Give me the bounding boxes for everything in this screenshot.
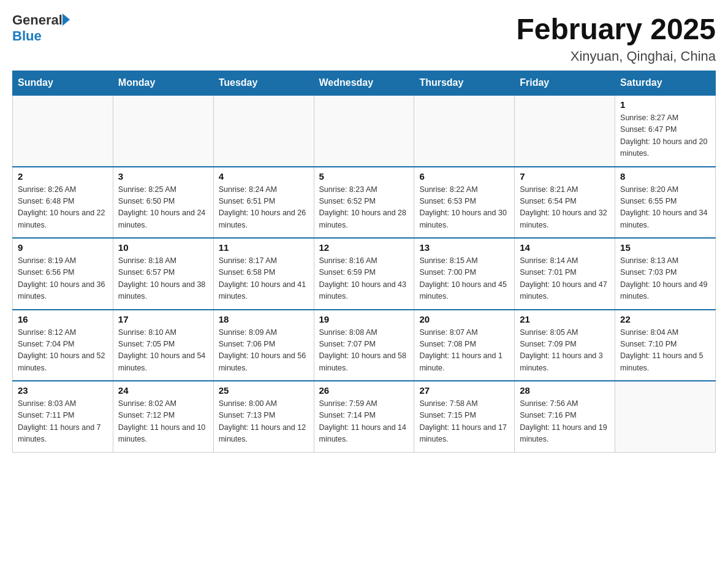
day-number: 20 [419, 314, 509, 324]
day-info: Sunrise: 8:21 AM Sunset: 6:54 PM Dayligh… [520, 184, 610, 232]
day-info: Sunrise: 8:25 AM Sunset: 6:50 PM Dayligh… [118, 184, 208, 232]
calendar-cell: 20Sunrise: 8:07 AM Sunset: 7:08 PM Dayli… [414, 310, 515, 381]
calendar-cell: 2Sunrise: 8:26 AM Sunset: 6:48 PM Daylig… [13, 167, 113, 239]
title-block: February 2025 Xinyuan, Qinghai, China [516, 12, 716, 64]
header-thursday: Thursday [414, 71, 515, 96]
day-number: 4 [219, 171, 309, 182]
calendar-cell: 1Sunrise: 8:27 AM Sunset: 6:47 PM Daylig… [615, 95, 716, 167]
calendar-cell: 3Sunrise: 8:25 AM Sunset: 6:50 PM Daylig… [113, 167, 213, 239]
day-number: 22 [620, 314, 710, 324]
day-number: 23 [18, 385, 108, 396]
calendar-week-row: 2Sunrise: 8:26 AM Sunset: 6:48 PM Daylig… [13, 167, 716, 239]
day-info: Sunrise: 8:17 AM Sunset: 6:58 PM Dayligh… [219, 255, 309, 303]
calendar-cell: 6Sunrise: 8:22 AM Sunset: 6:53 PM Daylig… [414, 167, 515, 239]
day-number: 18 [219, 314, 309, 324]
calendar-cell: 23Sunrise: 8:03 AM Sunset: 7:11 PM Dayli… [13, 381, 113, 452]
logo-general-text: General [12, 12, 63, 28]
header-saturday: Saturday [615, 71, 716, 96]
day-number: 24 [118, 385, 208, 396]
calendar-cell: 15Sunrise: 8:13 AM Sunset: 7:03 PM Dayli… [615, 238, 716, 310]
calendar-cell: 14Sunrise: 8:14 AM Sunset: 7:01 PM Dayli… [515, 238, 615, 310]
day-info: Sunrise: 8:05 AM Sunset: 7:09 PM Dayligh… [520, 327, 610, 375]
day-info: Sunrise: 8:08 AM Sunset: 7:07 PM Dayligh… [319, 327, 409, 375]
calendar-cell: 18Sunrise: 8:09 AM Sunset: 7:06 PM Dayli… [213, 310, 314, 381]
header-wednesday: Wednesday [314, 71, 414, 96]
header-friday: Friday [515, 71, 615, 96]
day-info: Sunrise: 8:07 AM Sunset: 7:08 PM Dayligh… [419, 327, 509, 375]
calendar-cell: 17Sunrise: 8:10 AM Sunset: 7:05 PM Dayli… [113, 310, 213, 381]
day-number: 3 [118, 171, 208, 182]
day-number: 28 [520, 385, 610, 396]
calendar-week-row: 9Sunrise: 8:19 AM Sunset: 6:56 PM Daylig… [13, 238, 716, 310]
day-number: 17 [118, 314, 208, 324]
calendar-cell: 25Sunrise: 8:00 AM Sunset: 7:13 PM Dayli… [213, 381, 314, 452]
day-number: 9 [18, 242, 108, 253]
day-info: Sunrise: 8:04 AM Sunset: 7:10 PM Dayligh… [620, 327, 710, 375]
calendar-week-row: 23Sunrise: 8:03 AM Sunset: 7:11 PM Dayli… [13, 381, 716, 452]
calendar-cell: 8Sunrise: 8:20 AM Sunset: 6:55 PM Daylig… [615, 167, 716, 239]
day-number: 10 [118, 242, 208, 253]
day-number: 2 [18, 171, 108, 182]
calendar-title: February 2025 [516, 12, 716, 46]
day-number: 21 [520, 314, 610, 324]
calendar-cell: 4Sunrise: 8:24 AM Sunset: 6:51 PM Daylig… [213, 167, 314, 239]
day-info: Sunrise: 8:22 AM Sunset: 6:53 PM Dayligh… [419, 184, 509, 232]
day-number: 1 [620, 99, 710, 110]
day-info: Sunrise: 8:02 AM Sunset: 7:12 PM Dayligh… [118, 398, 208, 446]
day-info: Sunrise: 8:13 AM Sunset: 7:03 PM Dayligh… [620, 255, 710, 303]
calendar-cell: 5Sunrise: 8:23 AM Sunset: 6:52 PM Daylig… [314, 167, 414, 239]
calendar-subtitle: Xinyuan, Qinghai, China [516, 48, 716, 64]
day-info: Sunrise: 8:27 AM Sunset: 6:47 PM Dayligh… [620, 112, 710, 160]
calendar-cell: 26Sunrise: 7:59 AM Sunset: 7:14 PM Dayli… [314, 381, 414, 452]
day-info: Sunrise: 7:56 AM Sunset: 7:16 PM Dayligh… [520, 398, 610, 446]
calendar-cell: 7Sunrise: 8:21 AM Sunset: 6:54 PM Daylig… [515, 167, 615, 239]
calendar-cell: 28Sunrise: 7:56 AM Sunset: 7:16 PM Dayli… [515, 381, 615, 452]
day-number: 8 [620, 171, 710, 182]
day-info: Sunrise: 8:03 AM Sunset: 7:11 PM Dayligh… [18, 398, 108, 446]
day-info: Sunrise: 8:16 AM Sunset: 6:59 PM Dayligh… [319, 255, 409, 303]
day-number: 7 [520, 171, 610, 182]
day-number: 5 [319, 171, 409, 182]
day-number: 27 [419, 385, 509, 396]
calendar-cell [615, 381, 716, 452]
day-number: 6 [419, 171, 509, 182]
page-header: General Blue February 2025 Xinyuan, Qing… [12, 12, 716, 64]
header-monday: Monday [113, 71, 213, 96]
day-number: 25 [219, 385, 309, 396]
day-number: 19 [319, 314, 409, 324]
day-info: Sunrise: 8:00 AM Sunset: 7:13 PM Dayligh… [219, 398, 309, 446]
calendar-cell: 11Sunrise: 8:17 AM Sunset: 6:58 PM Dayli… [213, 238, 314, 310]
day-number: 11 [219, 242, 309, 253]
day-info: Sunrise: 8:09 AM Sunset: 7:06 PM Dayligh… [219, 327, 309, 375]
day-info: Sunrise: 8:12 AM Sunset: 7:04 PM Dayligh… [18, 327, 108, 375]
calendar-cell [113, 95, 213, 167]
calendar-week-row: 16Sunrise: 8:12 AM Sunset: 7:04 PM Dayli… [13, 310, 716, 381]
calendar-week-row: 1Sunrise: 8:27 AM Sunset: 6:47 PM Daylig… [13, 95, 716, 167]
day-number: 14 [520, 242, 610, 253]
calendar-cell: 21Sunrise: 8:05 AM Sunset: 7:09 PM Dayli… [515, 310, 615, 381]
day-number: 16 [18, 314, 108, 324]
logo: General Blue [12, 12, 70, 44]
day-number: 13 [419, 242, 509, 253]
day-number: 12 [319, 242, 409, 253]
calendar-cell: 12Sunrise: 8:16 AM Sunset: 6:59 PM Dayli… [314, 238, 414, 310]
calendar-cell: 10Sunrise: 8:18 AM Sunset: 6:57 PM Dayli… [113, 238, 213, 310]
day-info: Sunrise: 8:15 AM Sunset: 7:00 PM Dayligh… [419, 255, 509, 303]
header-sunday: Sunday [13, 71, 113, 96]
day-info: Sunrise: 8:24 AM Sunset: 6:51 PM Dayligh… [219, 184, 309, 232]
calendar-cell: 9Sunrise: 8:19 AM Sunset: 6:56 PM Daylig… [13, 238, 113, 310]
logo-blue-text: Blue [12, 28, 42, 44]
day-info: Sunrise: 8:14 AM Sunset: 7:01 PM Dayligh… [520, 255, 610, 303]
calendar-cell: 16Sunrise: 8:12 AM Sunset: 7:04 PM Dayli… [13, 310, 113, 381]
day-info: Sunrise: 8:20 AM Sunset: 6:55 PM Dayligh… [620, 184, 710, 232]
calendar-cell [414, 95, 515, 167]
day-info: Sunrise: 8:23 AM Sunset: 6:52 PM Dayligh… [319, 184, 409, 232]
calendar-cell: 19Sunrise: 8:08 AM Sunset: 7:07 PM Dayli… [314, 310, 414, 381]
day-info: Sunrise: 7:58 AM Sunset: 7:15 PM Dayligh… [419, 398, 509, 446]
day-info: Sunrise: 7:59 AM Sunset: 7:14 PM Dayligh… [319, 398, 409, 446]
calendar-cell [314, 95, 414, 167]
calendar-cell: 27Sunrise: 7:58 AM Sunset: 7:15 PM Dayli… [414, 381, 515, 452]
calendar-cell [515, 95, 615, 167]
calendar-cell: 22Sunrise: 8:04 AM Sunset: 7:10 PM Dayli… [615, 310, 716, 381]
calendar-cell: 13Sunrise: 8:15 AM Sunset: 7:00 PM Dayli… [414, 238, 515, 310]
